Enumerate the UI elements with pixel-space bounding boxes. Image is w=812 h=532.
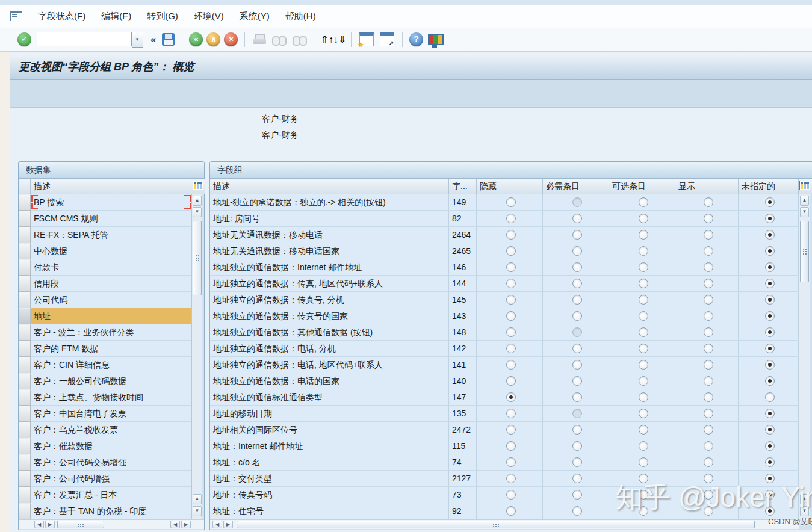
field-number-cell[interactable]: 115	[449, 438, 477, 454]
find-next-icon[interactable]	[292, 34, 308, 45]
scroll-right-icon[interactable]: ▶	[223, 521, 233, 528]
required-radio[interactable]	[572, 441, 582, 451]
dataset-cell-0[interactable]: BP 搜索	[31, 194, 191, 211]
dataset-cell-4[interactable]: 付款卡	[31, 259, 191, 276]
description-cell[interactable]: 地址独立的通信数据：其他通信数据 (按钮)	[210, 324, 449, 341]
column-header-2[interactable]: 隐藏	[477, 179, 543, 194]
scroll-left-icon[interactable]: ◀	[212, 521, 222, 528]
required-radio[interactable]	[572, 246, 582, 256]
exit-icon[interactable]: ∧	[206, 32, 220, 46]
column-header-5[interactable]: 显示	[675, 179, 739, 194]
hide-radio[interactable]	[506, 376, 516, 386]
row-selector-cell[interactable]	[19, 471, 31, 487]
description-cell[interactable]: 地址独立的通信数据：Internet 邮件地址	[210, 259, 449, 276]
display-radio[interactable]	[704, 457, 713, 467]
display-radio[interactable]	[704, 360, 713, 370]
row-selector-cell[interactable]	[19, 292, 31, 308]
display-radio[interactable]	[704, 425, 713, 435]
optional-radio[interactable]	[639, 409, 648, 418]
display-radio[interactable]	[704, 279, 713, 288]
dataset-cell-8[interactable]: 客户 - 波兰：业务伙伴分类	[31, 324, 191, 341]
scroll-up-icon[interactable]: ▲	[193, 494, 202, 504]
field-number-cell[interactable]: 73	[449, 487, 477, 503]
unspecified-radio[interactable]	[765, 197, 775, 207]
optional-radio[interactable]	[639, 311, 648, 321]
unspecified-radio[interactable]	[765, 425, 775, 435]
row-selector-cell[interactable]	[19, 503, 31, 519]
table-settings-icon[interactable]	[799, 181, 810, 190]
optional-radio[interactable]	[639, 327, 648, 337]
row-selector-cell[interactable]	[19, 243, 31, 259]
hide-radio[interactable]	[506, 392, 516, 402]
field-number-cell[interactable]: 92	[449, 503, 477, 519]
unspecified-radio[interactable]	[765, 392, 775, 402]
scroll-down-icon[interactable]: ▼	[193, 207, 202, 217]
row-selector-cell[interactable]	[19, 308, 31, 324]
row-selector-cell[interactable]	[19, 438, 31, 454]
display-radio[interactable]	[704, 262, 713, 272]
dataset-cell-6[interactable]: 公司代码	[31, 292, 191, 308]
scrollbar-thumb[interactable]	[193, 221, 202, 295]
save-icon[interactable]	[162, 33, 175, 46]
description-cell[interactable]: 地址：传真号码	[210, 487, 449, 503]
dataset-cell-9[interactable]: 客户的 ETM 数据	[31, 341, 191, 357]
description-cell[interactable]: 地址：c/o 名	[210, 454, 449, 471]
row-selector-cell[interactable]	[19, 357, 31, 373]
unspecified-radio[interactable]	[765, 327, 775, 337]
required-radio[interactable]	[572, 230, 582, 240]
required-radio[interactable]	[572, 425, 582, 435]
description-cell[interactable]: 地址: 房间号	[210, 211, 449, 227]
required-radio[interactable]	[572, 327, 582, 337]
required-radio[interactable]	[572, 490, 582, 500]
description-cell[interactable]: 地址独立的通信数据：电话, 地区代码+联系人	[210, 357, 449, 373]
hide-radio[interactable]	[506, 360, 516, 370]
field-number-cell[interactable]: 2472	[449, 422, 477, 438]
hide-radio[interactable]	[506, 344, 516, 353]
hide-radio[interactable]	[506, 262, 516, 272]
hide-radio[interactable]	[506, 441, 516, 451]
required-radio[interactable]	[572, 262, 582, 272]
hide-radio[interactable]	[506, 197, 516, 207]
field-number-cell[interactable]: 142	[449, 341, 477, 357]
description-cell[interactable]: 地址独立的通信数据：传真号, 分机	[210, 292, 449, 308]
unspecified-radio[interactable]	[765, 295, 775, 305]
description-cell[interactable]: 地址独立的通信数据：电话, 分机	[210, 341, 449, 357]
field-groups-vertical-scrollbar[interactable]: ▲ ▼ ▲ ▼	[799, 194, 810, 519]
display-radio[interactable]	[704, 214, 713, 223]
datasets-vertical-scrollbar[interactable]: ▲ ▼ ▲ ▼	[191, 194, 202, 519]
column-header-1[interactable]: 字...	[449, 179, 477, 194]
optional-radio[interactable]	[639, 360, 648, 370]
cancel-icon[interactable]: ×	[224, 32, 238, 46]
required-radio[interactable]	[572, 214, 582, 223]
dataset-cell-5[interactable]: 信用段	[31, 276, 191, 292]
field-number-cell[interactable]: 2465	[449, 243, 477, 259]
enter-icon[interactable]: ✓	[17, 32, 31, 46]
display-radio[interactable]	[704, 230, 713, 240]
hide-radio[interactable]	[506, 230, 516, 240]
hide-radio[interactable]	[506, 279, 516, 288]
required-radio[interactable]	[572, 506, 582, 516]
display-radio[interactable]	[704, 409, 713, 418]
description-cell[interactable]: 地址-独立的承诺数据：独立的.-> 相关的(按钮)	[210, 194, 449, 211]
row-selector-cell[interactable]	[19, 406, 31, 422]
optional-radio[interactable]	[639, 214, 648, 223]
dataset-cell-10[interactable]: 客户：CIN 详细信息	[31, 357, 191, 373]
field-number-cell[interactable]: 74	[449, 454, 477, 471]
field-groups-horizontal-scrollbar[interactable]: ◀ ▶	[210, 519, 799, 529]
optional-radio[interactable]	[639, 197, 648, 207]
row-selector-cell[interactable]	[19, 324, 31, 341]
scroll-up-icon[interactable]: ▲	[193, 196, 202, 206]
display-radio[interactable]	[704, 311, 713, 321]
display-radio[interactable]	[704, 246, 713, 256]
description-cell[interactable]: 地址：Internet 邮件地址	[210, 438, 449, 454]
field-number-cell[interactable]: 140	[449, 373, 477, 389]
row-selector-cell[interactable]	[19, 211, 31, 227]
dataset-cell-13[interactable]: 客户：中国台湾电子发票	[31, 406, 191, 422]
optional-radio[interactable]	[639, 246, 648, 256]
dataset-cell-15[interactable]: 客户：催款数据	[31, 438, 191, 454]
command-input[interactable]	[37, 32, 132, 46]
hide-radio[interactable]	[506, 457, 516, 467]
collapse-toolbar-icon[interactable]: «	[150, 34, 156, 46]
create-shortcut-icon[interactable]	[380, 32, 394, 46]
menu-item-3[interactable]: 环境(V)	[186, 5, 232, 27]
